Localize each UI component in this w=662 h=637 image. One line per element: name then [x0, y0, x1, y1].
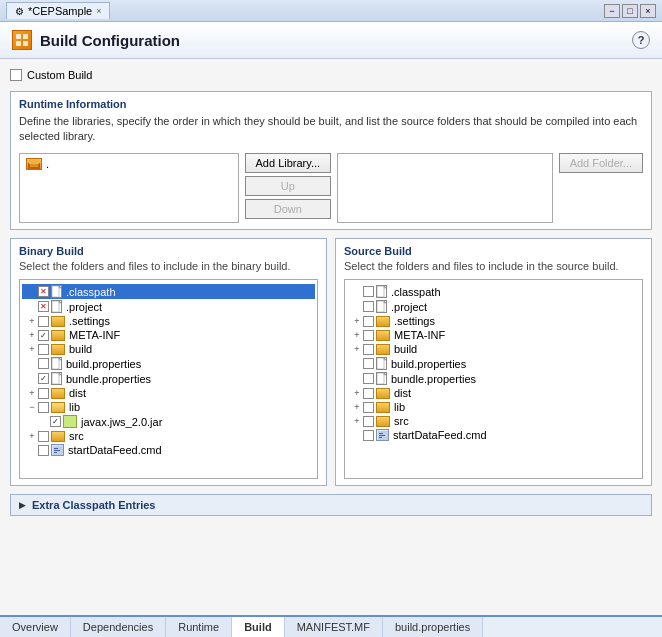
minimize-button[interactable]: −: [604, 4, 620, 18]
source-build-desc: Select the folders and files to include …: [344, 259, 643, 273]
expand-icon[interactable]: [26, 373, 38, 385]
tree-checkbox[interactable]: [38, 373, 49, 384]
expand-icon[interactable]: [351, 373, 363, 385]
tree-checkbox[interactable]: [38, 330, 49, 341]
svg-rect-22: [54, 452, 57, 453]
expand-icon[interactable]: +: [351, 415, 363, 427]
tree-item[interactable]: +build: [22, 342, 315, 356]
tree-item[interactable]: +.settings: [347, 314, 640, 328]
tree-checkbox[interactable]: [363, 373, 374, 384]
help-button[interactable]: ?: [632, 31, 650, 49]
close-tab-icon[interactable]: ×: [96, 6, 101, 16]
expand-icon[interactable]: +: [26, 315, 38, 327]
tree-checkbox[interactable]: [363, 301, 374, 312]
expand-icon[interactable]: +: [351, 343, 363, 355]
tree-item[interactable]: build.properties: [347, 356, 640, 371]
tree-checkbox[interactable]: [38, 445, 49, 456]
bottom-tab-build[interactable]: Build: [232, 617, 285, 637]
editor-tab[interactable]: ⚙ *CEPSample ×: [6, 2, 110, 19]
expand-icon[interactable]: [26, 301, 38, 313]
tree-checkbox[interactable]: [363, 416, 374, 427]
expand-icon[interactable]: +: [351, 315, 363, 327]
tree-item[interactable]: .project: [22, 299, 315, 314]
custom-build-checkbox[interactable]: [10, 69, 22, 81]
bottom-tab-overview[interactable]: Overview: [0, 617, 71, 637]
tree-checkbox[interactable]: [38, 344, 49, 355]
tree-checkbox[interactable]: [363, 430, 374, 441]
close-button[interactable]: ×: [640, 4, 656, 18]
library-icon: [26, 158, 42, 170]
tree-item[interactable]: bundle.properties: [347, 371, 640, 386]
tree-item[interactable]: build.properties: [22, 356, 315, 371]
tree-item[interactable]: +META-INF: [347, 328, 640, 342]
folder-icon: [376, 344, 390, 355]
tree-item-label: javax.jws_2.0.jar: [81, 416, 162, 428]
expand-icon[interactable]: +: [351, 401, 363, 413]
extra-classpath-section[interactable]: ▶ Extra Classpath Entries: [10, 494, 652, 516]
tree-checkbox[interactable]: [363, 330, 374, 341]
tree-item[interactable]: bundle.properties: [22, 371, 315, 386]
expand-arrow-icon: ▶: [19, 500, 26, 510]
maximize-button[interactable]: □: [622, 4, 638, 18]
tree-checkbox[interactable]: [363, 316, 374, 327]
bottom-tab-dependencies[interactable]: Dependencies: [71, 617, 166, 637]
bottom-tab-runtime[interactable]: Runtime: [166, 617, 232, 637]
tree-item[interactable]: +META-INF: [22, 328, 315, 342]
expand-icon[interactable]: +: [26, 343, 38, 355]
svg-rect-2: [16, 41, 21, 46]
folder-icon: [51, 388, 65, 399]
tree-checkbox[interactable]: [38, 316, 49, 327]
tree-item-label: .project: [391, 301, 427, 313]
expand-icon[interactable]: [26, 286, 38, 298]
tree-checkbox[interactable]: [38, 402, 49, 413]
tree-checkbox[interactable]: [38, 286, 49, 297]
tree-item[interactable]: .project: [347, 299, 640, 314]
expand-icon[interactable]: [351, 286, 363, 298]
expand-icon[interactable]: +: [351, 387, 363, 399]
expand-icon[interactable]: +: [26, 430, 38, 442]
up-button[interactable]: Up: [245, 176, 332, 196]
expand-icon[interactable]: +: [351, 329, 363, 341]
folder-icon: [376, 388, 390, 399]
tree-item[interactable]: startDataFeed.cmd: [347, 428, 640, 442]
tree-item[interactable]: +.settings: [22, 314, 315, 328]
add-folder-button[interactable]: Add Folder...: [559, 153, 643, 173]
expand-icon[interactable]: [351, 301, 363, 313]
tree-checkbox[interactable]: [38, 388, 49, 399]
tree-item[interactable]: startDataFeed.cmd: [22, 443, 315, 457]
expand-icon[interactable]: +: [26, 329, 38, 341]
tree-checkbox[interactable]: [363, 344, 374, 355]
tree-checkbox[interactable]: [38, 358, 49, 369]
expand-icon[interactable]: +: [26, 387, 38, 399]
expand-icon[interactable]: [26, 444, 38, 456]
bottom-tab-build-properties[interactable]: build.properties: [383, 617, 483, 637]
down-button[interactable]: Down: [245, 199, 332, 219]
bottom-tab-manifest-mf[interactable]: MANIFEST.MF: [285, 617, 383, 637]
tree-item[interactable]: .classpath: [22, 284, 315, 299]
tree-checkbox[interactable]: [38, 301, 49, 312]
file-icon: [376, 372, 387, 385]
folder-icon: [51, 330, 65, 341]
expand-icon[interactable]: [351, 429, 363, 441]
tree-item[interactable]: −lib: [22, 400, 315, 414]
add-library-button[interactable]: Add Library...: [245, 153, 332, 173]
tree-checkbox[interactable]: [50, 416, 61, 427]
tree-checkbox[interactable]: [363, 402, 374, 413]
tree-item[interactable]: .classpath: [347, 284, 640, 299]
tree-item[interactable]: +dist: [22, 386, 315, 400]
tree-item[interactable]: +src: [22, 429, 315, 443]
folder-icon: [376, 316, 390, 327]
tree-checkbox[interactable]: [363, 388, 374, 399]
tree-checkbox[interactable]: [363, 358, 374, 369]
tree-item[interactable]: +dist: [347, 386, 640, 400]
tree-checkbox[interactable]: [363, 286, 374, 297]
expand-icon[interactable]: [351, 358, 363, 370]
tree-checkbox[interactable]: [38, 431, 49, 442]
expand-icon[interactable]: [38, 416, 50, 428]
tree-item[interactable]: javax.jws_2.0.jar: [22, 414, 315, 429]
tree-item[interactable]: +build: [347, 342, 640, 356]
tree-item[interactable]: +src: [347, 414, 640, 428]
expand-icon[interactable]: [26, 358, 38, 370]
tree-item[interactable]: +lib: [347, 400, 640, 414]
expand-icon[interactable]: −: [26, 401, 38, 413]
